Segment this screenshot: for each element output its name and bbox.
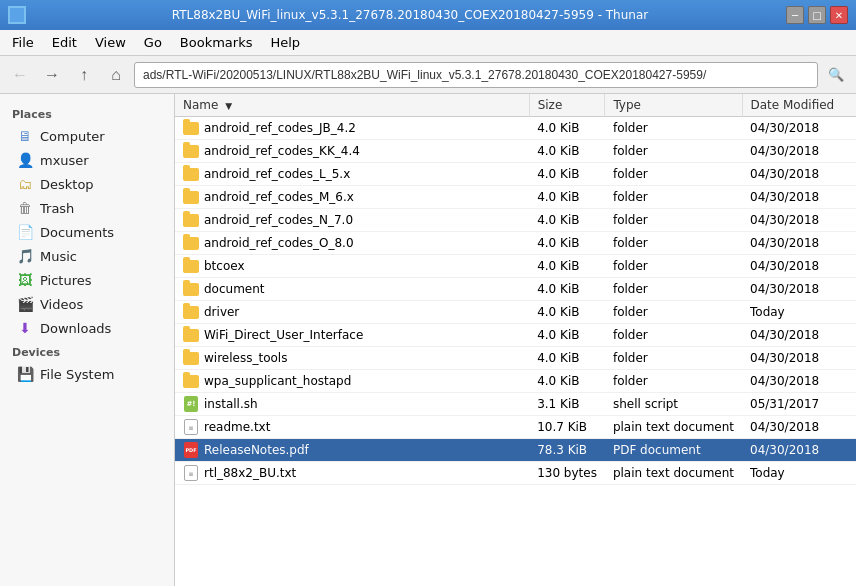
sidebar-item-pictures[interactable]: 🖼Pictures bbox=[0, 268, 174, 292]
table-row[interactable]: android_ref_codes_JB_4.24.0 KiBfolder04/… bbox=[175, 117, 856, 140]
minimize-button[interactable]: ─ bbox=[786, 6, 804, 24]
sidebar-item-label: Computer bbox=[40, 129, 105, 144]
videos-icon: 🎬 bbox=[16, 295, 34, 313]
titlebar: RTL88x2BU_WiFi_linux_v5.3.1_27678.201804… bbox=[0, 0, 856, 30]
file-name: btcoex bbox=[204, 259, 245, 273]
menu-item-edit[interactable]: Edit bbox=[44, 33, 85, 52]
file-date: 04/30/2018 bbox=[742, 370, 856, 393]
sidebar-item-desktop[interactable]: 🗂Desktop bbox=[0, 172, 174, 196]
folder-icon bbox=[183, 350, 199, 366]
file-type: folder bbox=[605, 140, 742, 163]
file-date: 04/30/2018 bbox=[742, 439, 856, 462]
music-icon: 🎵 bbox=[16, 247, 34, 265]
up-button[interactable]: ↑ bbox=[70, 61, 98, 89]
file-type: folder bbox=[605, 347, 742, 370]
maximize-button[interactable]: □ bbox=[808, 6, 826, 24]
menu-item-go[interactable]: Go bbox=[136, 33, 170, 52]
text-icon: ≡ bbox=[183, 465, 199, 481]
menu-item-bookmarks[interactable]: Bookmarks bbox=[172, 33, 261, 52]
file-date: 04/30/2018 bbox=[742, 416, 856, 439]
back-button[interactable]: ← bbox=[6, 61, 34, 89]
close-button[interactable]: ✕ bbox=[830, 6, 848, 24]
sidebar-item-documents[interactable]: 📄Documents bbox=[0, 220, 174, 244]
toolbar: ← → ↑ ⌂ 🔍 bbox=[0, 56, 856, 94]
sidebar-item-downloads[interactable]: ⬇Downloads bbox=[0, 316, 174, 340]
table-row[interactable]: driver4.0 KiBfolderToday bbox=[175, 301, 856, 324]
file-type: folder bbox=[605, 255, 742, 278]
table-row[interactable]: WiFi_Direct_User_Interface4.0 KiBfolder0… bbox=[175, 324, 856, 347]
sidebar-item-videos[interactable]: 🎬Videos bbox=[0, 292, 174, 316]
file-date: 04/30/2018 bbox=[742, 255, 856, 278]
file-list[interactable]: Name ▼ Size Type Date Modified android_r… bbox=[175, 94, 856, 586]
pdf-icon: PDF bbox=[183, 442, 199, 458]
sidebar-item-filesystem[interactable]: 💾File System bbox=[0, 362, 174, 386]
menu-item-help[interactable]: Help bbox=[262, 33, 308, 52]
file-name: install.sh bbox=[204, 397, 258, 411]
file-size: 4.0 KiB bbox=[529, 140, 605, 163]
folder-icon bbox=[183, 120, 199, 136]
file-type: folder bbox=[605, 301, 742, 324]
table-row[interactable]: btcoex4.0 KiBfolder04/30/2018 bbox=[175, 255, 856, 278]
table-row[interactable]: android_ref_codes_L_5.x4.0 KiBfolder04/3… bbox=[175, 163, 856, 186]
table-row[interactable]: android_ref_codes_M_6.x4.0 KiBfolder04/3… bbox=[175, 186, 856, 209]
file-name: android_ref_codes_L_5.x bbox=[204, 167, 350, 181]
file-size: 4.0 KiB bbox=[529, 163, 605, 186]
sidebar-item-computer[interactable]: 🖥Computer bbox=[0, 124, 174, 148]
table-row[interactable]: android_ref_codes_KK_4.44.0 KiBfolder04/… bbox=[175, 140, 856, 163]
file-name: document bbox=[204, 282, 265, 296]
table-row[interactable]: ≡readme.txt10.7 KiBplain text document04… bbox=[175, 416, 856, 439]
sidebar-item-trash[interactable]: 🗑Trash bbox=[0, 196, 174, 220]
file-size: 4.0 KiB bbox=[529, 347, 605, 370]
folder-icon bbox=[183, 327, 199, 343]
file-type: folder bbox=[605, 163, 742, 186]
desktop-icon: 🗂 bbox=[16, 175, 34, 193]
file-type: plain text document bbox=[605, 462, 742, 485]
table-row[interactable]: android_ref_codes_N_7.04.0 KiBfolder04/3… bbox=[175, 209, 856, 232]
file-table: Name ▼ Size Type Date Modified android_r… bbox=[175, 94, 856, 485]
sidebar-devices: 💾File System bbox=[0, 362, 174, 386]
sidebar-item-mxuser[interactable]: 👤mxuser bbox=[0, 148, 174, 172]
sidebar-item-label: File System bbox=[40, 367, 114, 382]
table-row[interactable]: wpa_supplicant_hostapd4.0 KiBfolder04/30… bbox=[175, 370, 856, 393]
file-date: 04/30/2018 bbox=[742, 209, 856, 232]
file-date: 04/30/2018 bbox=[742, 278, 856, 301]
file-type: folder bbox=[605, 278, 742, 301]
table-row[interactable]: ≡rtl_88x2_BU.txt130 bytesplain text docu… bbox=[175, 462, 856, 485]
folder-icon bbox=[183, 143, 199, 159]
table-row[interactable]: PDFReleaseNotes.pdf78.3 KiBPDF document0… bbox=[175, 439, 856, 462]
table-row[interactable]: wireless_tools4.0 KiBfolder04/30/2018 bbox=[175, 347, 856, 370]
address-bar[interactable] bbox=[134, 62, 818, 88]
table-row[interactable]: android_ref_codes_O_8.04.0 KiBfolder04/3… bbox=[175, 232, 856, 255]
file-name-cell: driver bbox=[175, 301, 529, 324]
file-name: readme.txt bbox=[204, 420, 270, 434]
file-type: folder bbox=[605, 324, 742, 347]
file-size: 4.0 KiB bbox=[529, 117, 605, 140]
file-size: 3.1 KiB bbox=[529, 393, 605, 416]
search-button[interactable]: 🔍 bbox=[822, 61, 850, 89]
folder-icon bbox=[183, 235, 199, 251]
col-header-name[interactable]: Name ▼ bbox=[175, 94, 529, 117]
sidebar-places: 🖥Computer👤mxuser🗂Desktop🗑Trash📄Documents… bbox=[0, 124, 174, 340]
col-header-date[interactable]: Date Modified bbox=[742, 94, 856, 117]
file-type: folder bbox=[605, 117, 742, 140]
col-header-type[interactable]: Type bbox=[605, 94, 742, 117]
forward-button[interactable]: → bbox=[38, 61, 66, 89]
home-button[interactable]: ⌂ bbox=[102, 61, 130, 89]
file-size: 4.0 KiB bbox=[529, 209, 605, 232]
file-name: rtl_88x2_BU.txt bbox=[204, 466, 296, 480]
menu-item-file[interactable]: File bbox=[4, 33, 42, 52]
folder-icon bbox=[183, 212, 199, 228]
file-name-cell: btcoex bbox=[175, 255, 529, 278]
menu-item-view[interactable]: View bbox=[87, 33, 134, 52]
file-name-cell: #!install.sh bbox=[175, 393, 529, 416]
col-header-size[interactable]: Size bbox=[529, 94, 605, 117]
table-header: Name ▼ Size Type Date Modified bbox=[175, 94, 856, 117]
sidebar-item-music[interactable]: 🎵Music bbox=[0, 244, 174, 268]
downloads-icon: ⬇ bbox=[16, 319, 34, 337]
file-date: 04/30/2018 bbox=[742, 140, 856, 163]
file-tbody: android_ref_codes_JB_4.24.0 KiBfolder04/… bbox=[175, 117, 856, 485]
text-icon: ≡ bbox=[183, 419, 199, 435]
table-row[interactable]: document4.0 KiBfolder04/30/2018 bbox=[175, 278, 856, 301]
table-row[interactable]: #!install.sh3.1 KiBshell script05/31/201… bbox=[175, 393, 856, 416]
window-title: RTL88x2BU_WiFi_linux_v5.3.1_27678.201804… bbox=[34, 8, 786, 22]
